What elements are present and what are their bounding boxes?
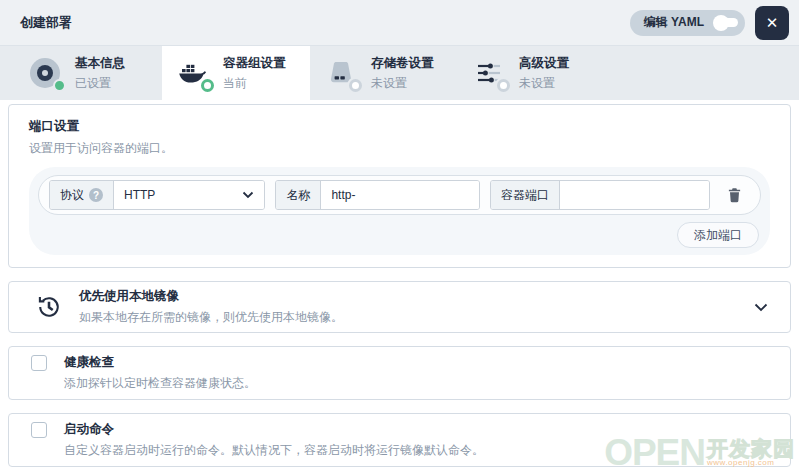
tab-label: 存储卷设置	[371, 55, 434, 72]
port-list-area: 协议 ? HTTP 名称	[29, 167, 770, 255]
edit-yaml-toggle[interactable]: 编辑 YAML	[630, 10, 745, 36]
protocol-select[interactable]: HTTP	[114, 181, 264, 209]
name-label: 名称	[276, 181, 321, 209]
history-clock-icon	[35, 293, 63, 321]
port-settings-card: 端口设置 设置用于访问容器的端口。 协议 ? HTTP	[8, 104, 791, 268]
health-check-card: 健康检查 添加探针以定时检查容器健康状态。	[8, 346, 791, 400]
status-dot-unset	[349, 79, 362, 92]
status-dot-unset	[497, 79, 510, 92]
delete-port-button[interactable]	[720, 187, 748, 203]
wizard-tabbar: 基本信息 已设置 容器组设置 当前	[0, 46, 799, 100]
tab-status: 未设置	[519, 75, 569, 92]
main-content: 端口设置 设置用于访问容器的端口。 协议 ? HTTP	[0, 100, 799, 467]
add-port-button[interactable]: 添加端口	[677, 222, 759, 248]
basic-info-icon	[28, 57, 62, 89]
start-command-checkbox[interactable]	[31, 422, 47, 438]
start-command-card: 启动命令 自定义容器启动时运行的命令。默认情况下，容器启动时将运行镜像默认命令。	[8, 413, 791, 467]
status-dot-done	[53, 79, 66, 92]
status-dot-current	[201, 79, 214, 92]
tab-volume-settings[interactable]: 存储卷设置 未设置	[310, 46, 458, 100]
health-check-description: 添加探针以定时检查容器健康状态。	[64, 375, 768, 392]
port-settings-title: 端口设置	[29, 118, 770, 135]
health-check-checkbox[interactable]	[31, 355, 47, 371]
tab-basic-info[interactable]: 基本信息 已设置	[14, 46, 162, 100]
container-port-field: 容器端口	[490, 180, 710, 210]
toggle-switch-icon[interactable]	[713, 15, 738, 31]
header-actions: 编辑 YAML ✕	[630, 6, 789, 40]
port-settings-description: 设置用于访问容器的端口。	[29, 140, 770, 157]
local-image-description: 如果本地存在所需的镜像，则优先使用本地镜像。	[79, 309, 343, 326]
help-icon[interactable]: ?	[89, 188, 103, 202]
tab-label: 容器组设置	[223, 55, 286, 72]
protocol-label: 协议 ?	[50, 181, 114, 209]
health-check-title: 健康检查	[64, 354, 768, 371]
protocol-selected-value: HTTP	[124, 188, 155, 202]
expand-button[interactable]	[754, 303, 768, 312]
chevron-down-icon	[754, 303, 768, 312]
name-field: 名称	[275, 180, 480, 210]
storage-icon	[324, 57, 358, 89]
start-command-description: 自定义容器启动时运行的命令。默认情况下，容器启动时将运行镜像默认命令。	[64, 442, 768, 459]
docker-whale-icon	[176, 57, 210, 89]
page-title: 创建部署	[20, 14, 72, 32]
edit-yaml-label: 编辑 YAML	[644, 14, 704, 31]
tab-label: 基本信息	[75, 55, 125, 72]
close-icon: ✕	[766, 14, 779, 32]
start-command-title: 启动命令	[64, 421, 768, 438]
tab-status: 已设置	[75, 75, 125, 92]
container-port-input[interactable]	[560, 181, 709, 209]
local-image-title: 优先使用本地镜像	[79, 288, 343, 305]
tab-status: 未设置	[371, 75, 434, 92]
chevron-down-icon	[242, 191, 254, 199]
sliders-icon	[472, 57, 506, 89]
tab-label: 高级设置	[519, 55, 569, 72]
port-row: 协议 ? HTTP 名称	[38, 175, 761, 215]
protocol-field: 协议 ? HTTP	[49, 180, 265, 210]
container-port-label: 容器端口	[491, 181, 560, 209]
trash-icon	[727, 187, 742, 203]
tab-advanced-settings[interactable]: 高级设置 未设置	[458, 46, 606, 100]
tab-container-settings[interactable]: 容器组设置 当前	[162, 46, 310, 100]
close-button[interactable]: ✕	[755, 6, 789, 40]
tab-status: 当前	[223, 75, 286, 92]
name-input[interactable]	[321, 181, 479, 209]
local-image-card[interactable]: 优先使用本地镜像 如果本地存在所需的镜像，则优先使用本地镜像。	[8, 281, 791, 333]
modal-header: 创建部署 编辑 YAML ✕	[0, 0, 799, 46]
